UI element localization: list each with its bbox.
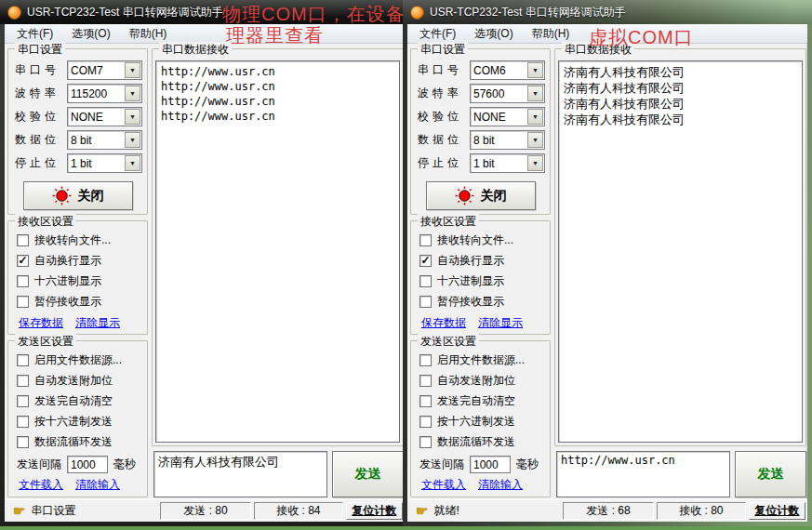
com-port-combobox[interactable]: COM7 ▼ [67, 60, 142, 80]
chevron-down-icon[interactable]: ▼ [527, 155, 543, 171]
com-port-value: COM7 [68, 64, 124, 77]
send-hex-option[interactable]: 按十六进制发送 [17, 415, 143, 428]
pause-recv-option[interactable]: 暂停接收显示 [17, 295, 143, 308]
pause-recv-option[interactable]: 暂停接收显示 [419, 295, 546, 308]
loop-send-option[interactable]: 数据流循环发送 [17, 435, 143, 448]
chevron-down-icon[interactable]: ▼ [527, 132, 543, 148]
auto-clear-option[interactable]: 发送完自动清空 [17, 394, 143, 407]
baud-rate-label: 波特率 [15, 86, 67, 101]
checkbox-icon[interactable] [17, 375, 29, 387]
checkbox-icon[interactable] [17, 234, 29, 246]
chevron-down-icon[interactable]: ▼ [125, 109, 140, 125]
checkbox-icon[interactable] [17, 296, 29, 308]
status-mode-panel: ☛ 就绪! [409, 502, 560, 520]
stop-bits-combobox[interactable]: 1 bit ▼ [470, 153, 545, 173]
clear-display-link[interactable]: 清除显示 [478, 315, 523, 331]
right-titlebar[interactable]: USR-TCP232-Test 串口转网络调试助手 [403, 0, 812, 24]
auto-send-extra-option[interactable]: 自动发送附加位 [17, 374, 143, 387]
send-button[interactable]: 发送 [332, 451, 404, 497]
close-port-button[interactable]: 关闭 [23, 181, 133, 210]
com-port-label: 串口号 [15, 62, 67, 78]
checkbox-icon[interactable] [17, 354, 29, 366]
checkbox-checked-icon[interactable]: ✓ [17, 255, 29, 267]
chevron-down-icon[interactable]: ▼ [527, 86, 543, 101]
send-interval-input[interactable] [67, 456, 108, 473]
chevron-down-icon[interactable]: ▼ [527, 109, 543, 125]
send-interval-input[interactable] [470, 456, 511, 473]
data-bits-combobox[interactable]: 8 bit ▼ [67, 130, 142, 150]
save-data-link[interactable]: 保存数据 [19, 315, 63, 331]
checkbox-icon[interactable] [17, 395, 29, 407]
auto-clear-option[interactable]: 发送完自动清空 [419, 394, 546, 407]
clear-display-link[interactable]: 清除显示 [75, 315, 120, 331]
loop-send-option[interactable]: 数据流循环发送 [419, 435, 546, 448]
auto-linefeed-option[interactable]: ✓ 自动换行显示 [419, 254, 546, 267]
checkbox-icon[interactable] [419, 416, 432, 428]
chevron-down-icon[interactable]: ▼ [125, 62, 140, 78]
auto-linefeed-option[interactable]: ✓ 自动换行显示 [17, 254, 143, 267]
send-settings-group: 发送区设置 启用文件数据源... 自动发送附加位 发送完自动清空 按十六进制发送 [7, 340, 148, 497]
received-line: 济南有人科技有限公司 [564, 96, 797, 112]
stop-bits-combobox[interactable]: 1 bit ▼ [67, 153, 142, 173]
send-interval-unit: 毫秒 [516, 457, 539, 472]
parity-combobox[interactable]: NONE ▼ [67, 107, 142, 126]
menu-file[interactable]: 文件(F) [8, 24, 61, 44]
data-bits-combobox[interactable]: 8 bit ▼ [470, 130, 545, 150]
load-file-link[interactable]: 文件载入 [19, 477, 63, 493]
recv-to-file-option[interactable]: 接收转向文件... [17, 233, 143, 246]
checkbox-checked-icon[interactable]: ✓ [419, 255, 432, 267]
receive-settings-title: 接收区设置 [15, 214, 76, 230]
chevron-down-icon[interactable]: ▼ [125, 86, 140, 101]
menu-help[interactable]: 帮助(H) [121, 24, 176, 44]
send-button[interactable]: 发送 [735, 451, 806, 497]
checkbox-icon[interactable] [419, 436, 432, 448]
loop-send-label: 数据流循环发送 [437, 434, 515, 450]
send-data-input[interactable]: http://www.usr.cn [556, 451, 730, 497]
stop-bits-row: 停止位 1 bit ▼ [15, 153, 142, 173]
stop-bits-row: 停止位 1 bit ▼ [418, 153, 545, 173]
checkbox-icon[interactable] [419, 354, 432, 366]
reset-counter-button[interactable]: 复位计数 [749, 502, 805, 520]
checkbox-icon[interactable] [17, 275, 29, 287]
checkbox-icon[interactable] [419, 296, 432, 308]
send-data-input[interactable]: 济南有人科技有限公司 [153, 451, 327, 497]
checkbox-icon[interactable] [17, 436, 29, 448]
checkbox-icon[interactable] [419, 395, 432, 407]
baud-rate-combobox[interactable]: 57600 ▼ [470, 84, 545, 103]
checkbox-icon[interactable] [17, 416, 29, 428]
hex-display-option[interactable]: 十六进制显示 [419, 274, 546, 287]
clear-input-link[interactable]: 清除输入 [478, 477, 523, 493]
chevron-down-icon[interactable]: ▼ [125, 132, 140, 148]
checkbox-icon[interactable] [419, 375, 432, 387]
data-bits-row: 数据位 8 bit ▼ [15, 130, 142, 150]
checkbox-icon[interactable] [419, 234, 432, 246]
data-receive-box[interactable]: 济南有人科技有限公司 济南有人科技有限公司 济南有人科技有限公司 济南有人科技有… [558, 60, 803, 443]
file-data-source-option[interactable]: 启用文件数据源... [17, 353, 143, 366]
save-data-link[interactable]: 保存数据 [421, 315, 466, 331]
menu-options[interactable]: 选项(O) [466, 24, 521, 44]
com-port-combobox[interactable]: COM6 ▼ [470, 60, 545, 80]
close-port-button[interactable]: 关闭 [426, 181, 536, 210]
recv-to-file-label: 接收转向文件... [34, 232, 111, 248]
auto-send-extra-option[interactable]: 自动发送附加位 [419, 374, 546, 387]
parity-combobox[interactable]: NONE ▼ [470, 107, 545, 126]
checkbox-icon[interactable] [419, 275, 432, 287]
reset-counter-button[interactable]: 复位计数 [346, 502, 403, 520]
status-recv-panel: 接收 : 80 [657, 502, 746, 520]
data-receive-box[interactable]: http://www.usr.cn http://www.usr.cn http… [155, 60, 400, 443]
auto-send-extra-label: 自动发送附加位 [34, 373, 113, 389]
chevron-down-icon[interactable]: ▼ [125, 155, 140, 171]
menu-help[interactable]: 帮助(H) [524, 24, 579, 44]
menu-file[interactable]: 文件(F) [411, 24, 464, 44]
baud-rate-combobox[interactable]: 115200 ▼ [67, 84, 142, 103]
baud-rate-value: 57600 [471, 87, 526, 100]
clear-input-link[interactable]: 清除输入 [75, 477, 120, 493]
hex-display-option[interactable]: 十六进制显示 [17, 274, 143, 287]
menu-options[interactable]: 选项(O) [63, 24, 118, 44]
file-data-source-option[interactable]: 启用文件数据源... [419, 353, 546, 366]
chevron-down-icon[interactable]: ▼ [527, 62, 543, 78]
recv-to-file-option[interactable]: 接收转向文件... [419, 233, 546, 246]
data-bits-label: 数据位 [15, 132, 67, 148]
send-hex-option[interactable]: 按十六进制发送 [419, 415, 546, 428]
load-file-link[interactable]: 文件载入 [421, 477, 466, 493]
